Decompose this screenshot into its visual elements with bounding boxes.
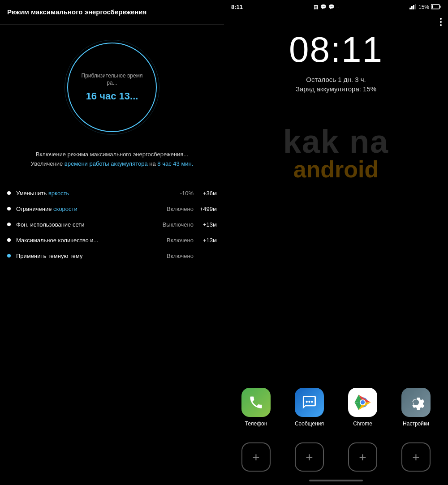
svg-rect-0 [409, 8, 411, 9]
watermark-line2: android [283, 158, 389, 181]
app-messages[interactable]: Сообщения [286, 388, 332, 427]
battery-time-circle: Приблизительное время ра... 16 час 13... [67, 43, 157, 132]
setting-speed-name: Ограничение скорости [16, 206, 167, 212]
clock-display: 08:11 [224, 14, 448, 72]
setting-brightness-status: -10% [180, 190, 194, 197]
bullet-brightness [7, 191, 11, 195]
status-line2-prefix: Увеличение [31, 160, 65, 167]
app-grid: Телефон Сообщения [224, 388, 448, 427]
svg-rect-2 [413, 5, 414, 9]
left-panel: Режим максимального энергосбережения При… [0, 0, 224, 485]
setting-dark-theme: Применить темную тему Включено [0, 248, 224, 264]
svg-rect-3 [415, 4, 416, 9]
status-line2-time: 8 час 43 мин. [157, 160, 193, 167]
setting-brightness: Уменьшить яркость -10% +36м [0, 185, 224, 201]
watermark-line1: kak na [283, 125, 389, 158]
signal-bars-icon [409, 4, 417, 10]
overflow-menu-button[interactable] [440, 18, 442, 26]
setting-brightness-gain: +36м [199, 190, 217, 197]
phone-label: Телефон [245, 421, 267, 427]
status-icons: 🖼 💬 💬 ·· [314, 4, 339, 10]
setting-speed-status: Включено [167, 206, 194, 212]
add-circle-2: + [295, 442, 324, 472]
add-circle-1: + [241, 442, 271, 472]
add-circle-3: + [348, 442, 377, 472]
battery-remaining-label: Осталось 1 дн. 3 ч. [224, 76, 448, 83]
status-line2-suffix: на [148, 160, 158, 167]
bullet-speed [7, 207, 11, 210]
svg-rect-5 [440, 5, 441, 8]
bullet-network [7, 223, 11, 226]
left-header: Режим максимального энергосбережения [0, 0, 224, 25]
setting-max-count: Максимальное количество и... Включено +1… [0, 232, 224, 248]
add-button-2[interactable]: + [286, 442, 332, 472]
status-line2-highlight: времени работы аккумулятора [65, 160, 148, 167]
chrome-icon [348, 388, 377, 417]
setting-brightness-name: Уменьшить яркость [16, 190, 180, 197]
left-panel-title: Режим максимального энергосбережения [7, 8, 146, 16]
phone-icon [241, 388, 271, 417]
app-chrome[interactable]: Chrome [340, 388, 386, 427]
setting-network-status: Выключено [163, 221, 194, 228]
dot-3 [440, 24, 442, 26]
circle-time: 16 час 13... [86, 90, 138, 102]
dot-2 [440, 21, 442, 23]
dot-1 [440, 18, 442, 20]
navigation-bar [224, 476, 448, 485]
setting-speed: Ограничение скорости Включено +499м [0, 201, 224, 217]
setting-network-gain: +13м [199, 221, 217, 228]
setting-max-count-status: Включено [167, 237, 194, 244]
setting-speed-gain: +499м [199, 206, 217, 212]
setting-dark-theme-name: Применить темную тему [16, 253, 167, 259]
circle-label: Приблизительное время ра... [68, 73, 156, 86]
clock-time: 08:11 [224, 32, 448, 68]
add-button-3[interactable]: + [340, 442, 386, 472]
svg-point-13 [361, 400, 365, 404]
status-bar-time: 8:11 [231, 4, 243, 10]
bullet-max-count [7, 238, 11, 242]
app-phone[interactable]: Телефон [233, 388, 279, 427]
svg-rect-6 [432, 5, 433, 8]
battery-circle-section: Приблизительное время ра... 16 час 13... [0, 25, 224, 146]
status-line1: Включение режима максимального энергосбе… [36, 151, 188, 158]
battery-icon [431, 4, 441, 10]
status-right-icons: 15% [409, 4, 441, 10]
battery-info: Осталось 1 дн. 3 ч. Заряд аккумулятора: … [224, 72, 448, 93]
settings-icon [401, 388, 431, 417]
messages-icon [295, 388, 324, 417]
battery-percent-label: Заряд аккумулятора: 15% [224, 85, 448, 93]
app-settings[interactable]: Настройки [393, 388, 439, 427]
notification-icon-3: 💬 [328, 4, 335, 10]
add-buttons-grid: + + + + [224, 442, 448, 472]
svg-point-8 [308, 401, 310, 403]
setting-max-count-gain: +13м [199, 237, 217, 244]
battery-status-text: 15% [418, 4, 429, 10]
messages-label: Сообщения [295, 421, 324, 427]
chrome-label: Chrome [353, 421, 372, 427]
more-notifications-icon: ·· [336, 4, 339, 9]
settings-list: Уменьшить яркость -10% +36м Ограничение … [0, 178, 224, 485]
status-bar: 8:11 🖼 💬 💬 ·· 15% [224, 0, 448, 14]
svg-point-9 [311, 401, 313, 403]
add-button-4[interactable]: + [393, 442, 439, 472]
setting-network: Фон. использование сети Выключено +13м [0, 217, 224, 232]
notification-icon-2: 💬 [320, 4, 327, 10]
settings-label: Настройки [403, 421, 429, 427]
bullet-dark-theme [7, 254, 11, 258]
watermark: kak na android [283, 125, 389, 181]
add-circle-4: + [401, 442, 431, 472]
setting-dark-theme-status: Включено [167, 253, 194, 259]
activation-status: Включение режима максимального энергосбе… [0, 146, 224, 178]
right-panel: kak na android 8:11 🖼 💬 💬 ·· 15% [224, 0, 448, 485]
nav-indicator [309, 480, 363, 481]
svg-point-7 [306, 401, 307, 403]
notification-icon-1: 🖼 [314, 4, 319, 10]
setting-network-name: Фон. использование сети [16, 221, 163, 228]
add-button-1[interactable]: + [233, 442, 279, 472]
svg-rect-1 [411, 6, 413, 9]
setting-max-count-name: Максимальное количество и... [16, 237, 167, 244]
